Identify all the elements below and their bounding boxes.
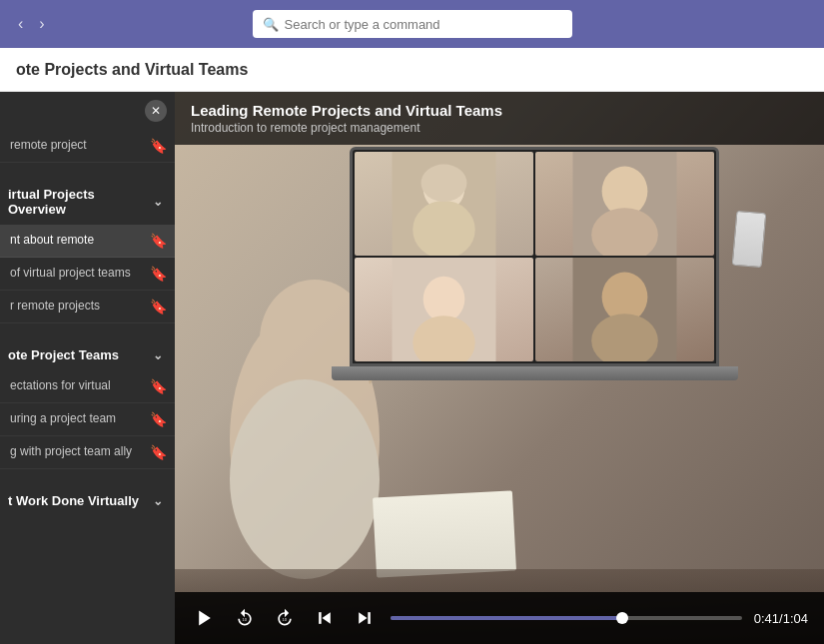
progress-bar[interactable]: [391, 616, 742, 620]
chevron-down-icon: ⌄: [153, 348, 163, 362]
forward-button[interactable]: ›: [33, 11, 50, 37]
sidebar-item-label: uring a project team: [10, 411, 150, 427]
sidebar-section-work-done: t Work Done Virtually ⌄: [0, 477, 175, 524]
video-controls: 10 10: [175, 592, 824, 644]
sidebar-item-label: ectations for virtual: [10, 378, 150, 394]
sidebar-section-remote-teams-header[interactable]: ote Project Teams ⌄: [0, 339, 175, 370]
video-background: [175, 92, 824, 644]
sidebar-section-work-done-header[interactable]: t Work Done Virtually ⌄: [0, 485, 175, 516]
time-display: 0:41/1:04: [754, 611, 808, 626]
main-content: ✕ ⌄ remote project 🔖 irtual Projects Ove…: [0, 92, 824, 644]
play-button[interactable]: [191, 604, 219, 632]
progress-thumb: [616, 612, 628, 624]
sidebar-close-button[interactable]: ✕: [145, 100, 167, 122]
svg-marker-19: [323, 612, 331, 624]
sidebar-item-label: r remote projects: [10, 299, 150, 315]
sidebar-item-label: nt about remote: [10, 233, 150, 249]
laptop: [350, 147, 719, 380]
sidebar-section-virtual-projects: irtual Projects Overview ⌄ nt about remo…: [0, 171, 175, 331]
sidebar-item-label: remote project: [10, 138, 150, 154]
bookmark-icon[interactable]: 🔖: [150, 444, 167, 460]
svg-marker-21: [359, 612, 367, 624]
sidebar-item-expectations[interactable]: ectations for virtual 🔖: [0, 370, 175, 403]
rewind-button[interactable]: 10: [231, 604, 259, 632]
sidebar-section-virtual-projects-header[interactable]: irtual Projects Overview ⌄: [0, 179, 175, 225]
page-title: ote Projects and Virtual Teams: [16, 61, 248, 79]
svg-point-11: [423, 277, 465, 322]
bookmark-icon[interactable]: 🔖: [150, 138, 167, 154]
next-chapter-button[interactable]: [351, 604, 379, 632]
svg-rect-20: [319, 612, 322, 624]
video-tile-1: [355, 152, 533, 256]
rewind-icon: 10: [235, 608, 255, 628]
navigation-buttons: ‹ ›: [12, 11, 51, 37]
video-panel: Leading Remote Projects and Virtual Team…: [175, 92, 824, 644]
sidebar-item-working[interactable]: g with project team ally 🔖: [0, 436, 175, 469]
forward-icon: 10: [275, 608, 295, 628]
sidebar-item-virtual-project-teams[interactable]: of virtual project teams 🔖: [0, 258, 175, 291]
sidebar: ✕ ⌄ remote project 🔖 irtual Projects Ove…: [0, 92, 175, 644]
bookmark-icon[interactable]: 🔖: [150, 299, 167, 315]
chevron-down-icon: ⌄: [153, 195, 163, 209]
next-chapter-icon: [355, 608, 375, 628]
section-label: ote Project Teams: [8, 347, 119, 362]
search-bar[interactable]: 🔍: [253, 10, 572, 38]
search-input[interactable]: [285, 17, 562, 32]
bookmark-icon[interactable]: 🔖: [150, 266, 167, 282]
svg-point-6: [421, 164, 467, 201]
prev-chapter-button[interactable]: [311, 604, 339, 632]
back-button[interactable]: ‹: [12, 11, 29, 37]
svg-marker-16: [199, 611, 211, 626]
search-icon: 🔍: [263, 17, 279, 32]
bookmark-icon[interactable]: 🔖: [150, 233, 167, 249]
sidebar-item-about-remote[interactable]: nt about remote 🔖: [0, 225, 175, 258]
top-bar: ‹ › 🔍: [0, 0, 824, 48]
papers: [373, 490, 516, 577]
bookmark-icon[interactable]: 🔖: [150, 378, 167, 394]
sidebar-item-remote-projects[interactable]: r remote projects 🔖: [0, 291, 175, 323]
video-area: [175, 92, 824, 644]
video-subtitle: Introduction to remote project managemen…: [191, 121, 808, 135]
video-tile-4: [535, 258, 714, 361]
svg-text:10: 10: [243, 617, 248, 622]
progress-fill: [391, 616, 622, 620]
svg-text:10: 10: [283, 617, 288, 622]
sidebar-item-structuring[interactable]: uring a project team 🔖: [0, 403, 175, 436]
sidebar-item-label: g with project team ally: [10, 444, 150, 460]
laptop-base: [332, 366, 738, 380]
svg-point-2: [230, 379, 380, 579]
laptop-screen: [350, 147, 719, 366]
play-icon: [195, 608, 215, 628]
sidebar-item-label: of virtual project teams: [10, 266, 150, 282]
section-label: irtual Projects Overview: [8, 187, 153, 217]
video-tile-3: [355, 258, 533, 361]
sidebar-item-remote-project[interactable]: remote project 🔖: [0, 130, 175, 163]
section-label: t Work Done Virtually: [8, 493, 139, 508]
prev-chapter-icon: [315, 608, 335, 628]
forward-button[interactable]: 10: [271, 604, 299, 632]
phone-item: [732, 211, 767, 268]
sidebar-section-remote-teams: ote Project Teams ⌄ ectations for virtua…: [0, 331, 175, 477]
svg-rect-22: [368, 612, 371, 624]
video-title: Leading Remote Projects and Virtual Team…: [191, 102, 808, 119]
chevron-down-icon: ⌄: [153, 494, 163, 508]
page-title-bar: ote Projects and Virtual Teams: [0, 48, 824, 92]
bookmark-icon[interactable]: 🔖: [150, 411, 167, 427]
video-tile-2: [535, 152, 714, 256]
video-header: Leading Remote Projects and Virtual Team…: [175, 92, 824, 145]
